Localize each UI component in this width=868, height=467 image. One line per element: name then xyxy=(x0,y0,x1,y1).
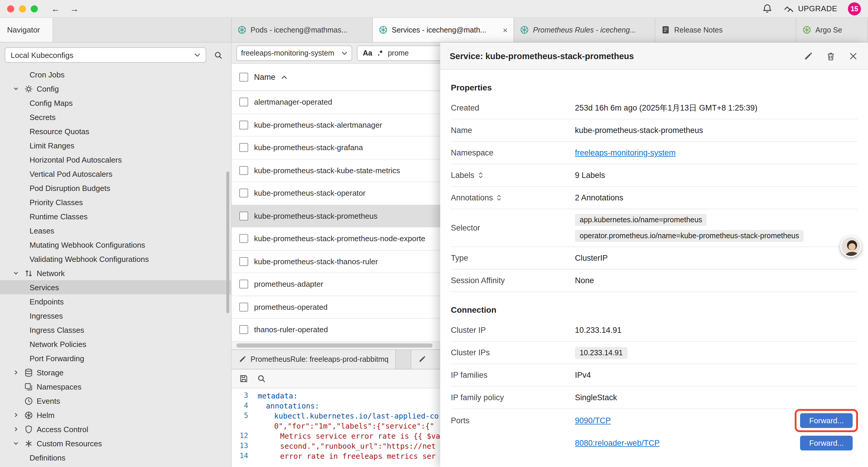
sidebar-search-icon[interactable] xyxy=(211,48,225,62)
row-checkbox[interactable] xyxy=(239,257,248,266)
close-tab-icon[interactable]: × xyxy=(503,25,507,35)
tab-bar-spacer xyxy=(53,18,231,42)
forward-button[interactable]: Forward... xyxy=(800,435,852,450)
maximize-window-button[interactable] xyxy=(31,5,38,12)
back-arrow-icon[interactable]: ← xyxy=(49,0,63,18)
chevron-down-icon xyxy=(13,270,21,276)
close-window-button[interactable] xyxy=(7,5,14,12)
sidebar-item-ingresses[interactable]: Ingresses xyxy=(0,309,231,323)
sidebar-item-storage[interactable]: Storage xyxy=(0,365,231,380)
sidebar-item-mutating-webhook-configurations[interactable]: Mutating Webhook Configurations xyxy=(0,238,231,252)
tab-services[interactable]: Services - icecheng@math... × xyxy=(373,18,514,42)
regex-toggle[interactable]: .* xyxy=(378,49,382,57)
sidebar-item-services[interactable]: Services xyxy=(0,280,231,294)
table-row[interactable]: kube-prometheus-stack-thanos-ruler xyxy=(231,250,440,273)
property-row-type: Type ClusterIP xyxy=(451,247,857,269)
sidebar-item-network[interactable]: Network xyxy=(0,266,231,280)
forward-arrow-icon[interactable]: → xyxy=(67,0,82,18)
row-checkbox[interactable] xyxy=(239,212,248,221)
forward-button[interactable]: Forward... xyxy=(800,413,852,428)
sidebar-item-leases[interactable]: Leases xyxy=(0,224,231,238)
expand-toggle-icon[interactable] xyxy=(497,194,502,202)
namespace-selector[interactable]: freeleaps-monitoring-system xyxy=(236,45,352,61)
sidebar-item-endpoints[interactable]: Endpoints xyxy=(0,294,231,309)
table-row[interactable]: kube-prometheus-stack-alertmanager xyxy=(231,114,440,137)
table-row[interactable]: kube-prometheus-stack-kube-state-metrics xyxy=(231,159,440,182)
row-checkbox[interactable] xyxy=(239,189,248,198)
upgrade-button[interactable]: UPGRADE xyxy=(783,4,837,13)
match-case-toggle[interactable]: Aa xyxy=(363,49,372,57)
sidebar-item-access-control[interactable]: Access Control xyxy=(0,422,231,436)
property-row-name: Name kube-prometheus-stack-prometheus xyxy=(451,119,857,142)
yaml-editor[interactable]: 3metadata: 4annotations: 5kubectl.kubern… xyxy=(231,388,440,467)
horizontal-scrollbar[interactable] xyxy=(231,341,440,349)
table-row[interactable]: kube-prometheus-stack-prometheus-node-ex… xyxy=(231,228,440,250)
search-input[interactable]: Aa .* prome xyxy=(357,45,440,61)
sidebar-item-config[interactable]: Config xyxy=(0,82,231,96)
dock-tab-partial[interactable] xyxy=(411,350,440,369)
table-row[interactable]: kube-prometheus-stack-operator xyxy=(231,182,440,205)
name-column-header[interactable]: Name xyxy=(254,73,275,82)
sidebar-item-namespaces[interactable]: Namespaces xyxy=(0,380,231,394)
port-link-8080[interactable]: 8080:reloader-web/TCP xyxy=(575,438,660,447)
sidebar-item-limit-ranges[interactable]: Limit Ranges xyxy=(0,138,231,152)
table-row[interactable]: thanos-ruler-operated xyxy=(231,319,440,341)
kubeconfig-selector[interactable]: Local Kubeconfigs xyxy=(5,47,206,63)
tab-prometheus-rules[interactable]: Prometheus Rules - icecheng... xyxy=(514,18,655,42)
port-link-9090[interactable]: 9090/TCP xyxy=(575,416,611,425)
sidebar-item-horizontal-pod-autoscalers[interactable]: Horizontal Pod Autoscalers xyxy=(0,152,231,167)
sidebar-item-network-policies[interactable]: Network Policies xyxy=(0,337,231,351)
sidebar-item-secrets[interactable]: Secrets xyxy=(0,110,231,124)
expand-toggle-icon[interactable] xyxy=(478,171,483,179)
sidebar-item-vertical-pod-autoscalers[interactable]: Vertical Pod Autoscalers xyxy=(0,167,231,181)
row-checkbox[interactable] xyxy=(239,280,248,289)
namespace-link[interactable]: freeleaps-monitoring-system xyxy=(575,148,676,157)
sidebar-item-priority-classes[interactable]: Priority Classes xyxy=(0,195,231,209)
table-row[interactable]: kube-prometheus-stack-grafana xyxy=(231,137,440,159)
row-checkbox[interactable] xyxy=(239,121,248,129)
sidebar-item-custom-resources[interactable]: Custom Resources xyxy=(0,436,231,450)
select-all-checkbox[interactable] xyxy=(239,73,248,82)
tab-release-notes[interactable]: Release Notes xyxy=(655,18,797,42)
sidebar-item-config-maps[interactable]: Config Maps xyxy=(0,96,231,110)
table-row[interactable]: alertmanager-operated xyxy=(231,91,440,114)
row-checkbox[interactable] xyxy=(239,166,248,175)
row-checkbox[interactable] xyxy=(239,98,248,107)
row-checkbox[interactable] xyxy=(239,143,248,152)
save-icon[interactable] xyxy=(236,371,251,385)
avatar[interactable] xyxy=(840,236,862,257)
close-icon[interactable] xyxy=(848,51,859,61)
scrollbar-thumb[interactable] xyxy=(236,343,433,347)
table-row[interactable]: prometheus-operated xyxy=(231,296,440,319)
editor-search-icon[interactable] xyxy=(254,371,268,385)
tab-argo[interactable]: Argo Se xyxy=(797,18,868,42)
dock-tab-prometheusrule[interactable]: PrometheusRule: freeleaps-prod-rabbitmq xyxy=(231,350,396,369)
line-number: 12 xyxy=(231,431,254,441)
sidebar-item-ingress-classes[interactable]: Ingress Classes xyxy=(0,323,231,337)
edit-icon[interactable] xyxy=(803,51,814,61)
ip-families-value: IPv4 xyxy=(575,371,857,380)
sidebar-item-definitions[interactable]: Definitions xyxy=(0,450,231,465)
sidebar-item-helm[interactable]: Helm xyxy=(0,408,231,422)
table-row-selected[interactable]: kube-prometheus-stack-prometheus xyxy=(231,205,440,228)
sidebar-item-resource-quotas[interactable]: Resource Quotas xyxy=(0,124,231,138)
row-checkbox[interactable] xyxy=(239,303,248,312)
sidebar-item-validating-webhook-configurations[interactable]: Validating Webhook Configurations xyxy=(0,252,231,266)
sidebar-item-cron-jobs[interactable]: Cron Jobs xyxy=(0,67,231,82)
notifications-bell-icon[interactable] xyxy=(762,3,773,14)
notification-badge[interactable]: 15 xyxy=(848,2,861,15)
navigator-panel-tab[interactable]: Navigator xyxy=(0,18,53,42)
sidebar-item-runtime-classes[interactable]: Runtime Classes xyxy=(0,209,231,224)
delete-icon[interactable] xyxy=(826,51,836,61)
code-line: Metrics service error rate is {{ $va xyxy=(254,431,440,441)
sidebar-item-port-forwarding[interactable]: Port Forwarding xyxy=(0,351,231,365)
table-row[interactable]: prometheus-adapter xyxy=(231,273,440,296)
row-checkbox[interactable] xyxy=(239,234,248,243)
sidebar-scrollbar[interactable] xyxy=(226,171,229,313)
row-checkbox[interactable] xyxy=(239,325,248,334)
sort-ascending-icon[interactable] xyxy=(281,76,287,79)
sidebar-item-pod-disruption-budgets[interactable]: Pod Disruption Budgets xyxy=(0,181,231,195)
tab-pods[interactable]: Pods - icecheng@mathmas... xyxy=(231,18,373,42)
minimize-window-button[interactable] xyxy=(19,5,26,12)
sidebar-item-events[interactable]: Events xyxy=(0,394,231,408)
